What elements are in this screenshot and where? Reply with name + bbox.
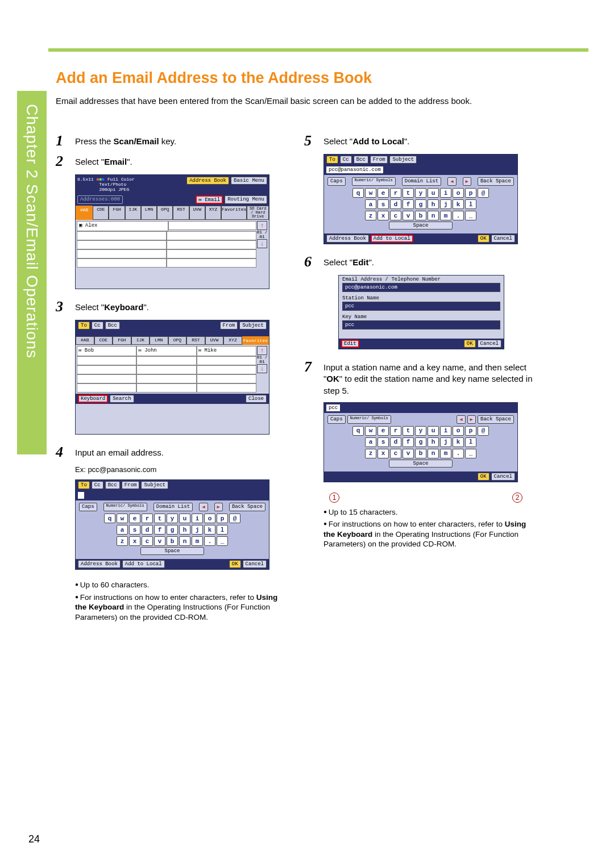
key[interactable]: y [415, 426, 426, 436]
key[interactable]: q [352, 188, 364, 198]
key[interactable]: l [465, 199, 476, 209]
search-button[interactable]: Search [110, 395, 134, 403]
key[interactable]: v [154, 536, 165, 546]
ok-button[interactable]: OK [478, 235, 489, 243]
key[interactable]: x [377, 211, 389, 220]
key[interactable]: s [377, 199, 389, 209]
space-button[interactable]: Space [389, 460, 453, 468]
key[interactable]: d [142, 525, 153, 535]
key[interactable]: @ [229, 514, 240, 523]
tab[interactable]: Favorites [242, 336, 269, 345]
domain-list-button[interactable]: Domain List [154, 503, 193, 511]
key[interactable]: q [352, 426, 364, 436]
key[interactable]: j [192, 525, 203, 535]
key[interactable]: c [390, 449, 401, 458]
key[interactable]: j [440, 199, 451, 209]
tab[interactable]: CDE [94, 336, 113, 345]
email-button[interactable]: ✉ Email [196, 195, 223, 204]
contact-name[interactable]: Alex [85, 223, 98, 228]
basic-menu-button[interactable]: Basic Menu [231, 177, 267, 185]
key[interactable]: d [390, 437, 401, 447]
key[interactable]: k [453, 437, 464, 447]
key[interactable]: u [428, 426, 439, 436]
add-to-local-button[interactable]: Add to Local [122, 560, 165, 568]
key[interactable]: k [204, 525, 215, 535]
key[interactable]: s [377, 437, 389, 447]
tab[interactable]: RST [173, 206, 189, 220]
key[interactable]: @ [478, 426, 489, 436]
key[interactable]: p [217, 514, 228, 523]
add-to-local-button[interactable]: Add to Local [371, 235, 413, 243]
bcc-tab[interactable]: Bcc [105, 322, 120, 329]
ok-button[interactable]: OK [464, 340, 476, 348]
key[interactable]: c [390, 211, 401, 220]
key[interactable]: p [465, 426, 476, 436]
cc-tab[interactable]: Cc [92, 322, 103, 329]
key[interactable]: c [142, 536, 153, 546]
key[interactable]: b [415, 211, 426, 220]
key[interactable]: d [390, 199, 401, 209]
tab[interactable]: IJK [125, 206, 141, 220]
key[interactable]: m [192, 536, 203, 546]
key[interactable]: z [117, 536, 128, 546]
cursor-left-icon[interactable]: ◀ [457, 415, 465, 424]
tab[interactable]: OPQ [168, 336, 187, 345]
ok-button[interactable]: OK [229, 560, 241, 568]
key[interactable]: x [129, 536, 140, 546]
key[interactable]: u [428, 188, 439, 198]
key[interactable]: _ [217, 536, 228, 546]
key[interactable]: v [403, 211, 414, 220]
cancel-button[interactable]: Cancel [478, 340, 501, 348]
key[interactable]: j [440, 437, 451, 447]
key[interactable]: b [167, 536, 178, 546]
cancel-button[interactable]: Cancel [243, 560, 267, 568]
tab[interactable]: #AB [76, 336, 94, 345]
bcc-tab[interactable]: Bcc [105, 481, 120, 489]
key[interactable]: i [440, 426, 451, 436]
key[interactable]: l [217, 525, 228, 535]
key[interactable]: f [154, 525, 165, 535]
scroll-up-icon[interactable]: ↑ [257, 346, 267, 355]
caps-button[interactable]: Caps [327, 177, 346, 186]
key[interactable]: m [440, 211, 451, 220]
cc-tab[interactable]: Cc [92, 481, 103, 489]
backspace-button[interactable]: Back Space [478, 415, 514, 424]
email-input-value[interactable]: pcc@panasonic.com [326, 166, 383, 173]
key[interactable]: k [453, 199, 464, 209]
key[interactable]: g [167, 525, 178, 535]
key[interactable]: r [390, 188, 401, 198]
key[interactable]: t [403, 426, 414, 436]
key[interactable]: o [204, 514, 215, 523]
key[interactable]: z [365, 449, 376, 458]
key[interactable]: @ [478, 188, 489, 198]
key[interactable]: y [167, 514, 178, 523]
cursor-right-icon[interactable]: ▶ [214, 503, 223, 511]
key[interactable]: . [204, 536, 215, 546]
key[interactable]: f [403, 437, 414, 447]
bcc-tab[interactable]: Bcc [354, 156, 368, 164]
contact-name[interactable]: Bob [85, 348, 94, 353]
tab[interactable]: XYZ [205, 206, 221, 220]
name-input-value[interactable]: pcc [326, 404, 340, 411]
contact-name[interactable]: Mike [204, 348, 217, 353]
cc-tab[interactable]: Cc [340, 156, 352, 164]
key[interactable]: . [453, 211, 464, 220]
key[interactable]: n [428, 211, 439, 220]
key[interactable]: e [377, 426, 389, 436]
key[interactable]: a [365, 437, 376, 447]
tab[interactable]: OPQ [157, 206, 173, 220]
key[interactable]: _ [465, 449, 476, 458]
to-tab[interactable]: To [326, 156, 338, 164]
to-tab[interactable]: To [78, 481, 90, 489]
key[interactable]: s [129, 525, 140, 535]
key[interactable]: z [365, 211, 376, 220]
scroll-down-icon[interactable]: ↓ [257, 239, 267, 248]
tab[interactable]: FGH [113, 336, 131, 345]
key[interactable]: t [403, 188, 414, 198]
tab[interactable]: #AB [76, 206, 93, 220]
backspace-button[interactable]: Back Space [229, 503, 265, 511]
subject-tab[interactable]: Subject [389, 156, 417, 164]
address-book-button[interactable]: Address Book [186, 177, 229, 185]
tab[interactable]: CDE [93, 206, 109, 220]
contact-name[interactable]: John [144, 348, 157, 353]
